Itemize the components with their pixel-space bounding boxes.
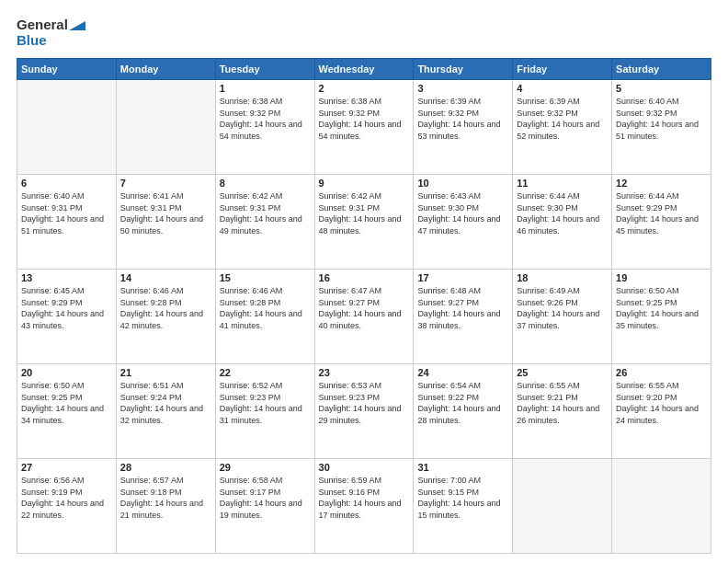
calendar-cell	[513, 459, 612, 554]
logo-blue-text: Blue	[17, 32, 47, 48]
calendar-cell: 17Sunrise: 6:48 AMSunset: 9:27 PMDayligh…	[414, 270, 513, 364]
calendar-week-3: 13Sunrise: 6:45 AMSunset: 9:29 PMDayligh…	[17, 270, 711, 364]
calendar-cell: 19Sunrise: 6:50 AMSunset: 9:25 PMDayligh…	[612, 270, 711, 364]
calendar-cell: 9Sunrise: 6:42 AMSunset: 9:31 PMDaylight…	[314, 175, 414, 270]
day-number: 14	[120, 272, 211, 283]
weekday-header-sunday: Sunday	[17, 59, 117, 80]
calendar-week-1: 1Sunrise: 6:38 AMSunset: 9:32 PMDaylight…	[17, 80, 711, 175]
day-info: Sunrise: 6:48 AMSunset: 9:27 PMDaylight:…	[417, 285, 508, 331]
day-number: 17	[417, 272, 508, 283]
day-info: Sunrise: 6:59 AMSunset: 9:16 PMDaylight:…	[319, 475, 410, 521]
day-number: 4	[517, 83, 608, 94]
calendar-cell: 13Sunrise: 6:45 AMSunset: 9:29 PMDayligh…	[17, 270, 117, 364]
day-number: 28	[120, 462, 211, 473]
calendar-cell: 27Sunrise: 6:56 AMSunset: 9:19 PMDayligh…	[17, 459, 117, 554]
day-number: 12	[616, 178, 707, 189]
calendar-cell: 18Sunrise: 6:49 AMSunset: 9:26 PMDayligh…	[513, 270, 612, 364]
day-info: Sunrise: 6:56 AMSunset: 9:19 PMDaylight:…	[21, 475, 112, 521]
day-info: Sunrise: 6:54 AMSunset: 9:22 PMDaylight:…	[417, 380, 508, 426]
day-info: Sunrise: 6:50 AMSunset: 9:25 PMDaylight:…	[616, 285, 707, 331]
day-number: 10	[417, 178, 508, 189]
day-number: 5	[616, 83, 707, 94]
calendar-week-5: 27Sunrise: 6:56 AMSunset: 9:19 PMDayligh…	[17, 459, 711, 554]
calendar-cell: 28Sunrise: 6:57 AMSunset: 9:18 PMDayligh…	[116, 459, 215, 554]
weekday-header-thursday: Thursday	[414, 59, 513, 80]
calendar-cell: 8Sunrise: 6:42 AMSunset: 9:31 PMDaylight…	[215, 175, 314, 270]
weekday-header-tuesday: Tuesday	[215, 59, 314, 80]
day-number: 21	[120, 367, 211, 378]
calendar-cell: 15Sunrise: 6:46 AMSunset: 9:28 PMDayligh…	[215, 270, 314, 364]
weekday-header-row: SundayMondayTuesdayWednesdayThursdayFrid…	[17, 59, 711, 80]
day-info: Sunrise: 7:00 AMSunset: 9:15 PMDaylight:…	[417, 475, 508, 521]
calendar-table: SundayMondayTuesdayWednesdayThursdayFrid…	[17, 58, 711, 554]
calendar-cell: 4Sunrise: 6:39 AMSunset: 9:32 PMDaylight…	[513, 80, 612, 175]
day-info: Sunrise: 6:40 AMSunset: 9:32 PMDaylight:…	[616, 96, 707, 142]
day-info: Sunrise: 6:46 AMSunset: 9:28 PMDaylight:…	[120, 285, 211, 331]
day-number: 24	[417, 367, 508, 378]
calendar-cell: 16Sunrise: 6:47 AMSunset: 9:27 PMDayligh…	[314, 270, 414, 364]
weekday-header-monday: Monday	[116, 59, 215, 80]
calendar-cell: 24Sunrise: 6:54 AMSunset: 9:22 PMDayligh…	[414, 364, 513, 459]
day-number: 20	[21, 367, 112, 378]
calendar-cell: 29Sunrise: 6:58 AMSunset: 9:17 PMDayligh…	[215, 459, 314, 554]
calendar-cell: 7Sunrise: 6:41 AMSunset: 9:31 PMDaylight…	[116, 175, 215, 270]
calendar-cell: 26Sunrise: 6:55 AMSunset: 9:20 PMDayligh…	[612, 364, 711, 459]
day-number: 8	[220, 178, 311, 189]
day-number: 15	[220, 272, 311, 283]
day-info: Sunrise: 6:51 AMSunset: 9:24 PMDaylight:…	[120, 380, 211, 426]
calendar-cell: 2Sunrise: 6:38 AMSunset: 9:32 PMDaylight…	[314, 80, 414, 175]
day-number: 9	[319, 178, 410, 189]
calendar-cell: 30Sunrise: 6:59 AMSunset: 9:16 PMDayligh…	[314, 459, 414, 554]
calendar-cell: 21Sunrise: 6:51 AMSunset: 9:24 PMDayligh…	[116, 364, 215, 459]
calendar-cell: 14Sunrise: 6:46 AMSunset: 9:28 PMDayligh…	[116, 270, 215, 364]
day-number: 19	[616, 272, 707, 283]
logo-general-text: General	[17, 17, 68, 32]
weekday-header-saturday: Saturday	[612, 59, 711, 80]
calendar-cell: 6Sunrise: 6:40 AMSunset: 9:31 PMDaylight…	[17, 175, 117, 270]
day-info: Sunrise: 6:53 AMSunset: 9:23 PMDaylight:…	[319, 380, 410, 426]
day-info: Sunrise: 6:42 AMSunset: 9:31 PMDaylight:…	[220, 190, 311, 236]
day-number: 26	[616, 367, 707, 378]
calendar-cell: 20Sunrise: 6:50 AMSunset: 9:25 PMDayligh…	[17, 364, 117, 459]
day-info: Sunrise: 6:47 AMSunset: 9:27 PMDaylight:…	[319, 285, 410, 331]
logo-icon	[69, 17, 85, 30]
day-info: Sunrise: 6:38 AMSunset: 9:32 PMDaylight:…	[319, 96, 410, 142]
day-number: 3	[417, 83, 508, 94]
day-info: Sunrise: 6:41 AMSunset: 9:31 PMDaylight:…	[120, 190, 211, 236]
day-number: 30	[319, 462, 410, 473]
day-info: Sunrise: 6:38 AMSunset: 9:32 PMDaylight:…	[220, 96, 311, 142]
day-info: Sunrise: 6:49 AMSunset: 9:26 PMDaylight:…	[517, 285, 608, 331]
day-number: 22	[220, 367, 311, 378]
calendar-cell	[612, 459, 711, 554]
header: General Blue	[17, 17, 711, 49]
calendar-cell: 12Sunrise: 6:44 AMSunset: 9:29 PMDayligh…	[612, 175, 711, 270]
day-info: Sunrise: 6:58 AMSunset: 9:17 PMDaylight:…	[220, 475, 311, 521]
day-info: Sunrise: 6:44 AMSunset: 9:30 PMDaylight:…	[517, 190, 608, 236]
day-info: Sunrise: 6:55 AMSunset: 9:20 PMDaylight:…	[616, 380, 707, 426]
day-number: 11	[517, 178, 608, 189]
day-info: Sunrise: 6:42 AMSunset: 9:31 PMDaylight:…	[319, 190, 410, 236]
day-number: 1	[220, 83, 311, 94]
day-info: Sunrise: 6:46 AMSunset: 9:28 PMDaylight:…	[220, 285, 311, 331]
calendar-cell: 23Sunrise: 6:53 AMSunset: 9:23 PMDayligh…	[314, 364, 414, 459]
day-info: Sunrise: 6:44 AMSunset: 9:29 PMDaylight:…	[616, 190, 707, 236]
logo: General Blue	[17, 17, 85, 49]
day-info: Sunrise: 6:43 AMSunset: 9:30 PMDaylight:…	[417, 190, 508, 236]
calendar-cell	[17, 80, 117, 175]
day-number: 7	[120, 178, 211, 189]
day-number: 31	[417, 462, 508, 473]
day-number: 13	[21, 272, 112, 283]
day-number: 2	[319, 83, 410, 94]
weekday-header-wednesday: Wednesday	[314, 59, 414, 80]
day-number: 27	[21, 462, 112, 473]
weekday-header-friday: Friday	[513, 59, 612, 80]
day-info: Sunrise: 6:39 AMSunset: 9:32 PMDaylight:…	[417, 96, 508, 142]
svg-marker-0	[69, 21, 85, 30]
calendar-cell: 3Sunrise: 6:39 AMSunset: 9:32 PMDaylight…	[414, 80, 513, 175]
day-info: Sunrise: 6:55 AMSunset: 9:21 PMDaylight:…	[517, 380, 608, 426]
calendar-week-4: 20Sunrise: 6:50 AMSunset: 9:25 PMDayligh…	[17, 364, 711, 459]
calendar-cell: 25Sunrise: 6:55 AMSunset: 9:21 PMDayligh…	[513, 364, 612, 459]
day-info: Sunrise: 6:57 AMSunset: 9:18 PMDaylight:…	[120, 475, 211, 521]
calendar-cell: 22Sunrise: 6:52 AMSunset: 9:23 PMDayligh…	[215, 364, 314, 459]
day-number: 16	[319, 272, 410, 283]
